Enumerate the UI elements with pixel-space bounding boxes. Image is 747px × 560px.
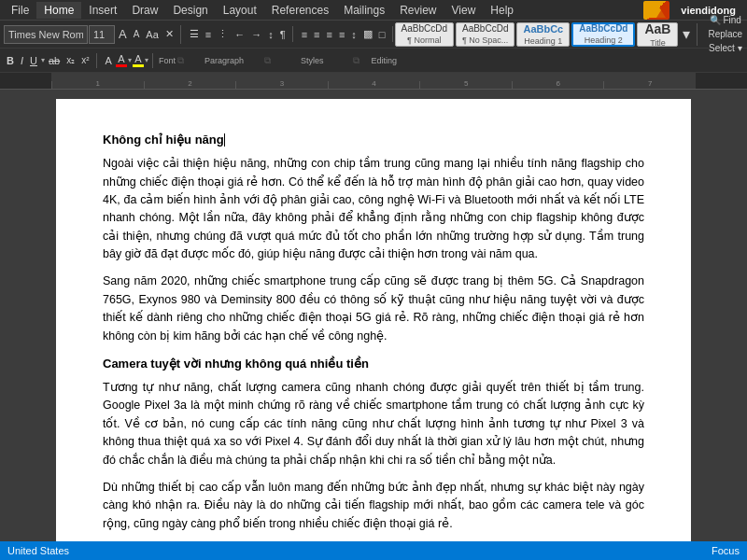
align-justify-btn[interactable]: ≡ bbox=[336, 27, 347, 42]
shading-btn[interactable]: ▩ bbox=[360, 26, 375, 42]
font-color-indicator bbox=[116, 64, 127, 67]
line-spacing-btn[interactable]: ↕ bbox=[348, 27, 359, 42]
show-formatting-btn[interactable]: ¶ bbox=[277, 27, 289, 42]
style-normal-btn[interactable]: AaBbCcDd ¶ Normal bbox=[395, 22, 454, 47]
font-name-input[interactable] bbox=[4, 25, 88, 44]
ruler-left-margin bbox=[0, 73, 51, 89]
ruler-mark-4: 4 bbox=[328, 81, 420, 89]
paragraph-section-label: Paragraph bbox=[186, 56, 262, 65]
increase-indent-btn[interactable]: → bbox=[248, 27, 264, 42]
style-title-preview: AaB bbox=[644, 21, 670, 36]
highlight-arrow[interactable]: ▾ bbox=[145, 56, 148, 64]
highlight-color-indicator bbox=[133, 64, 144, 67]
ruler-mark-2: 2 bbox=[144, 81, 236, 89]
ruler-mark-5: 5 bbox=[419, 81, 512, 89]
style-normal-label: ¶ Normal bbox=[407, 35, 441, 45]
numbering-btn[interactable]: ≡ bbox=[203, 27, 214, 42]
font-settings-icon[interactable]: ⧉ bbox=[177, 55, 184, 66]
toolbar-row1: A A Aa ✕ ☰ ≡ ⋮ ← → ↕ ¶ ≡ ≡ ≡ ≡ ↕ ▩ □ AaB… bbox=[0, 21, 747, 49]
menu-insert[interactable]: Insert bbox=[81, 2, 124, 19]
align-left-btn[interactable]: ≡ bbox=[299, 27, 310, 42]
decrease-indent-btn[interactable]: ← bbox=[232, 27, 247, 42]
style-h2-preview: AaBbCcDd bbox=[579, 23, 627, 34]
font-group: A A Aa ✕ bbox=[4, 25, 181, 44]
style-h2-label: Heading 2 bbox=[585, 35, 623, 45]
styles-dropdown-btn[interactable]: ▾ bbox=[680, 23, 693, 45]
ruler-right-margin bbox=[696, 73, 747, 89]
styles-area: AaBbCcDd ¶ Normal AaBbCcDd ¶ No Spac... … bbox=[395, 13, 748, 55]
select-btn[interactable]: Select ▾ bbox=[706, 41, 745, 55]
change-case-btn[interactable]: Aa bbox=[143, 27, 161, 42]
sort-btn[interactable]: ↕ bbox=[265, 27, 276, 42]
font-size-input[interactable] bbox=[89, 25, 115, 44]
align-right-btn[interactable]: ≡ bbox=[324, 27, 335, 42]
text-effects-btn[interactable]: A bbox=[103, 53, 115, 68]
style-nospace-preview: AaBbCcDd bbox=[462, 23, 508, 34]
menu-mailings[interactable]: Mailings bbox=[336, 2, 392, 19]
clear-format-btn[interactable]: ✕ bbox=[162, 26, 176, 42]
style-title-label: Title bbox=[650, 38, 666, 48]
paragraph-settings-icon[interactable]: ⧉ bbox=[264, 55, 271, 66]
text-cursor bbox=[224, 133, 225, 147]
section-labels: Font ⧉ Paragraph ⧉ Styles ⧉ Editing bbox=[155, 55, 410, 66]
style-nospace-label: ¶ No Spac... bbox=[462, 35, 508, 45]
editing-group: 🔍 Find Replace Select ▾ bbox=[701, 13, 747, 55]
doc-para4: Dù những thiết bị cao cấp vẫn luôn mang … bbox=[103, 479, 644, 533]
highlight-color-btn[interactable]: A bbox=[133, 53, 144, 67]
font-section-label: Font bbox=[159, 56, 176, 65]
styles-section-label: Styles bbox=[273, 56, 352, 65]
italic-btn[interactable]: I bbox=[18, 53, 26, 68]
language-indicator[interactable]: United States bbox=[7, 545, 69, 556]
borders-btn[interactable]: □ bbox=[376, 27, 388, 42]
list-group: ☰ ≡ ⋮ ← → ↕ ¶ bbox=[183, 26, 293, 42]
menu-file[interactable]: File bbox=[4, 2, 36, 19]
menu-design[interactable]: Design bbox=[165, 2, 215, 19]
document-page[interactable]: Không chỉ hiệu năng Ngoài việc cải thiện… bbox=[56, 99, 691, 541]
underline-arrow[interactable]: ▾ bbox=[41, 56, 45, 64]
editing-section-label: Editing bbox=[361, 56, 406, 65]
subscript-btn[interactable]: x₂ bbox=[63, 53, 78, 67]
styles-settings-icon[interactable]: ⧉ bbox=[353, 55, 359, 66]
ruler: 1 2 3 4 5 6 7 bbox=[0, 73, 747, 90]
divider1 bbox=[697, 23, 698, 46]
strikethrough-btn[interactable]: ab bbox=[46, 53, 63, 68]
style-nospace-btn[interactable]: AaBbCcDd ¶ No Spac... bbox=[456, 22, 514, 47]
ruler-mark-3: 3 bbox=[235, 81, 328, 89]
doc-heading1: Không chỉ hiệu năng bbox=[103, 131, 644, 149]
style-h1-preview: AaBbCc bbox=[523, 23, 563, 35]
format-group: B I U ▾ ab x₂ x² bbox=[4, 53, 97, 68]
text-effects-group: A A ▾ A ▾ bbox=[99, 53, 153, 68]
doc-para2: Sang năm 2020, những chiếc smartphone tr… bbox=[103, 273, 644, 345]
doc-para1: Ngoài việc cải thiện hiệu năng, những co… bbox=[103, 155, 644, 263]
font-color-btn[interactable]: A bbox=[116, 53, 127, 67]
style-h1-btn[interactable]: AaBbCc Heading 1 bbox=[516, 22, 570, 47]
align-center-btn[interactable]: ≡ bbox=[311, 27, 322, 42]
style-h1-label: Heading 1 bbox=[524, 36, 562, 46]
ruler-mark-6: 6 bbox=[512, 81, 604, 89]
underline-btn[interactable]: U bbox=[27, 53, 40, 68]
style-h2-btn[interactable]: AaBbCcDd Heading 2 bbox=[571, 22, 635, 47]
focus-btn[interactable]: Focus bbox=[712, 545, 740, 556]
style-normal-preview: AaBbCcDd bbox=[402, 23, 447, 34]
menu-draw[interactable]: Draw bbox=[124, 2, 165, 19]
menu-home[interactable]: Home bbox=[36, 2, 81, 19]
bullets-btn[interactable]: ☰ bbox=[187, 26, 202, 42]
font-grow-btn[interactable]: A bbox=[116, 25, 130, 43]
find-btn[interactable]: 🔍 Find bbox=[707, 13, 744, 27]
status-right: Focus bbox=[712, 545, 740, 556]
font-color-arrow[interactable]: ▾ bbox=[128, 56, 132, 64]
multilevel-btn[interactable]: ⋮ bbox=[215, 26, 231, 42]
bold-btn[interactable]: B bbox=[4, 53, 17, 68]
replace-btn[interactable]: Replace bbox=[705, 27, 745, 41]
status-bar: United States Focus bbox=[0, 541, 747, 560]
font-shrink-btn[interactable]: A bbox=[131, 27, 143, 41]
menu-layout[interactable]: Layout bbox=[216, 2, 264, 19]
menu-references[interactable]: References bbox=[264, 2, 336, 19]
ruler-mark-1: 1 bbox=[51, 81, 144, 89]
doc-para3: Tương tự như năng, chất lượng camera cũn… bbox=[103, 379, 644, 469]
style-title-btn[interactable]: AaB Title bbox=[637, 22, 678, 47]
doc-heading2: Camera tuyệt vời nhưng không quá nhiều t… bbox=[103, 355, 644, 373]
highlight-icon: A bbox=[134, 53, 141, 64]
ruler-mark-7: 7 bbox=[603, 81, 696, 89]
superscript-btn[interactable]: x² bbox=[78, 53, 92, 67]
